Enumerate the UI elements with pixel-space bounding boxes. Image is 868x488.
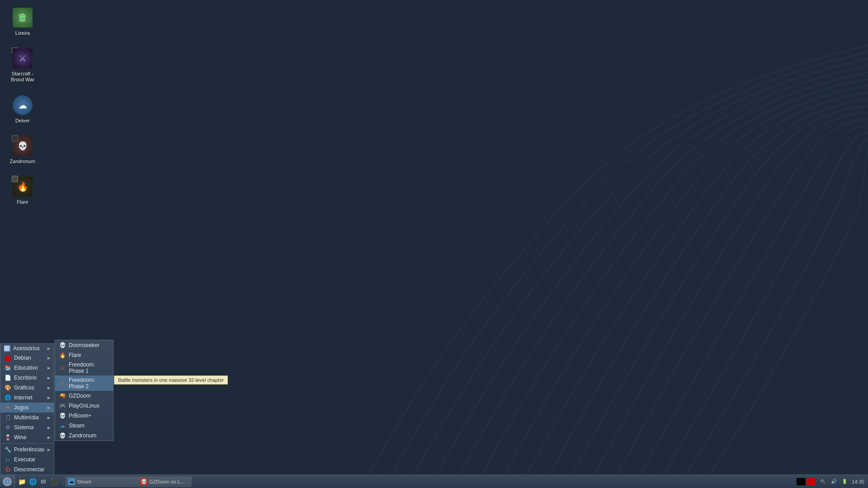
freedoom2-icon: ⚔	[59, 380, 66, 387]
flare-label: Flare	[17, 199, 28, 205]
tray-battery-icon[interactable]: 🔋	[841, 478, 848, 485]
menu-item-executar[interactable]: ▷ Executar	[0, 455, 54, 465]
menu-item-sistema[interactable]: ⚙ Sistema ▶	[0, 422, 54, 432]
multimidia-icon: 🎵	[4, 414, 11, 421]
menu-item-internet[interactable]: 🌐 Internet ▶	[0, 393, 54, 403]
ql-files-icon[interactable]: 📁	[17, 477, 27, 487]
tray-color-black	[797, 478, 806, 485]
menu-item-desconectar[interactable]: ⏻ Desconectar	[0, 465, 54, 474]
jogos-label: Jogos	[14, 404, 45, 411]
graficos-icon: 🎨	[4, 384, 11, 391]
delver-label: Delver	[15, 118, 30, 124]
jogos-arrow: ▶	[47, 406, 50, 410]
desktop-icon-zandronum[interactable]: 💀 Zandronum	[5, 133, 41, 167]
multimidia-arrow: ▶	[47, 416, 50, 420]
gzdoom-app-icon: 💀	[140, 478, 147, 485]
desconectar-label: Desconectar	[14, 466, 50, 473]
flare-sub-icon: 🔥	[59, 352, 66, 359]
submenu-item-prboom[interactable]: 💀 PrBoom+	[55, 411, 113, 421]
background-decoration	[0, 0, 868, 488]
prboom-icon: 💀	[59, 412, 66, 419]
menu-item-preferencias[interactable]: 🔧 Preferências ▶	[0, 445, 54, 455]
menu-item-wine[interactable]: 🍷 Wine ▶	[0, 432, 54, 442]
flare-sub-label: Flare	[69, 352, 81, 358]
menu-item-acessorios[interactable]: Acessórios ▶	[0, 344, 54, 353]
graficos-arrow: ▶	[47, 386, 50, 390]
playonlinux-icon: 🎮	[59, 402, 66, 409]
menu-separator-1	[0, 443, 54, 444]
submenu-item-doomseeker[interactable]: 💀 Doomseeker	[55, 340, 113, 350]
steam-sub-label: Steam	[69, 422, 85, 429]
start-icon	[3, 477, 12, 486]
desktop-icon-flare[interactable]: 🔥 Flare	[5, 174, 41, 207]
submenu-item-flare[interactable]: 🔥 Flare	[55, 350, 113, 360]
start-menu: Acessórios ▶ ⬤ Debian ▶ 📚 Educativo ▶ 📄 …	[0, 343, 54, 474]
acessorios-label: Acessórios	[13, 345, 45, 352]
freedoom2-label: Freedoom: Phase 2	[69, 377, 109, 389]
tray-network-icon[interactable]: 🔌	[819, 478, 826, 485]
escritorio-arrow: ▶	[47, 376, 50, 380]
escritorio-label: Escritório	[14, 375, 45, 381]
ql-browser-icon[interactable]: 🌐	[28, 477, 38, 487]
submenu-item-freedoom1[interactable]: ⚔ Freedoom: Phase 1	[55, 360, 113, 375]
taskbar: 📁 🌐 ✉ ⬛ ☁ Steam 💀 GZDoom no L... 🔌	[0, 474, 868, 488]
starcraft-icon-shape: ⚔	[13, 48, 33, 68]
menu-item-escritorio[interactable]: 📄 Escritório ▶	[0, 373, 54, 383]
submenu-item-gzdoom[interactable]: 🔫 GZDoom	[55, 391, 113, 401]
executar-icon: ▷	[4, 456, 11, 463]
zandronum-sub-icon: 💀	[59, 432, 66, 439]
sistema-icon: ⚙	[4, 424, 11, 431]
desconectar-icon: ⏻	[4, 466, 11, 473]
zandronum-label: Zandronum	[10, 159, 35, 164]
taskbar-app-steam[interactable]: ☁ Steam	[65, 476, 137, 487]
internet-arrow: ▶	[47, 396, 50, 400]
taskbar-start-button[interactable]	[0, 475, 15, 488]
flare-badge	[12, 176, 18, 182]
graficos-label: Gráficos	[14, 385, 45, 391]
menu-item-graficos[interactable]: 🎨 Gráficos ▶	[0, 383, 54, 393]
submenu-item-zandronum[interactable]: 💀 Zandronum	[55, 431, 113, 441]
steam-sub-icon: ☁	[59, 422, 66, 429]
ql-terminal-icon[interactable]: ⬛	[49, 477, 59, 487]
zandronum-badge	[12, 135, 18, 141]
desktop-icon-starcraft[interactable]: ⚔ Starcraft - Brood War	[5, 45, 41, 85]
taskbar-time: 14:35	[852, 479, 864, 484]
playonlinux-label: PlayOnLinux	[69, 403, 99, 409]
menu-item-jogos[interactable]: 🎮 Jogos ▶	[0, 403, 54, 413]
debian-icon: ⬤	[4, 354, 11, 361]
tray-color-blocks	[797, 478, 816, 485]
wine-icon: 🍷	[4, 434, 11, 441]
prboom-label: PrBoom+	[69, 413, 91, 419]
submenu-item-playonlinux[interactable]: 🎮 PlayOnLinux	[55, 401, 113, 411]
starcraft-label: Starcraft - Brood War	[7, 71, 38, 83]
desktop: 🗑 Lixeira ⚔ Starcraft - Brood War ☁ Delv…	[0, 0, 868, 488]
menu-item-multimidia[interactable]: 🎵 Multimídia ▶	[0, 413, 54, 422]
executar-label: Executar	[14, 456, 50, 463]
taskbar-separator	[63, 477, 63, 486]
delver-icon-image: ☁	[12, 94, 33, 116]
taskbar-app-gzdoom[interactable]: 💀 GZDoom no L...	[137, 476, 192, 487]
submenu-item-steam[interactable]: ☁ Steam	[55, 421, 113, 431]
steam-app-icon: ☁	[68, 478, 75, 485]
taskbar-quick-launch: 📁 🌐 ✉ ⬛	[15, 475, 61, 488]
escritorio-icon: 📄	[4, 374, 11, 381]
starcraft-icon-image: ⚔	[12, 47, 33, 69]
menu-item-debian[interactable]: ⬤ Debian ▶	[0, 353, 54, 363]
lixeira-icon-image: 🗑	[12, 7, 33, 28]
debian-label: Debian	[14, 355, 45, 361]
tray-color-red	[807, 478, 816, 485]
freedoom1-label: Freedoom: Phase 1	[69, 361, 109, 374]
tray-sound-icon[interactable]: 🔊	[830, 478, 837, 485]
ql-email-icon[interactable]: ✉	[38, 477, 48, 487]
desktop-icon-area: 🗑 Lixeira ⚔ Starcraft - Brood War ☁ Delv…	[0, 0, 45, 212]
menu-item-educativo[interactable]: 📚 Educativo ▶	[0, 363, 54, 373]
submenu-item-freedoom2[interactable]: ⚔ Freedoom: Phase 2 Battle monsters in o…	[55, 375, 113, 391]
freedoom1-icon: ⚔	[59, 364, 66, 371]
desktop-icon-lixeira[interactable]: 🗑 Lixeira	[5, 5, 41, 38]
lixeira-label: Lixeira	[15, 30, 30, 36]
internet-label: Internet	[14, 394, 45, 401]
acessorios-arrow: ▶	[47, 347, 50, 351]
desktop-icon-delver[interactable]: ☁ Delver	[5, 92, 41, 126]
doomseeker-label: Doomseeker	[69, 342, 99, 348]
jogos-icon: 🎮	[4, 404, 11, 411]
